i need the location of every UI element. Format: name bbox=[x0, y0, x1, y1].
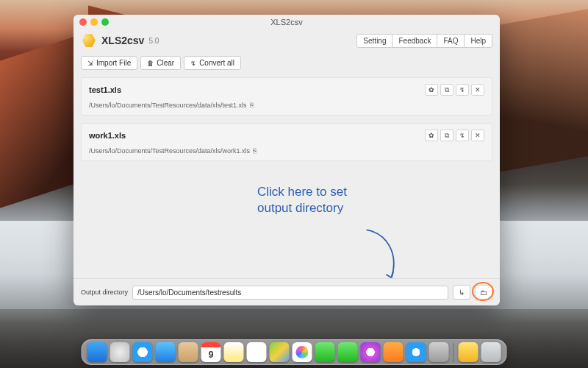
dock-trash-icon[interactable] bbox=[481, 342, 501, 362]
window-titlebar[interactable]: XLS2csv bbox=[74, 15, 500, 29]
setting-button[interactable]: Setting bbox=[356, 34, 392, 48]
app-version: 5.0 bbox=[148, 37, 159, 45]
dock-appstore-icon[interactable] bbox=[406, 342, 426, 362]
dock-xls2csv-icon[interactable] bbox=[459, 342, 478, 362]
file-name: work1.xls bbox=[89, 131, 425, 140]
reveal-output-button[interactable]: ↳ bbox=[453, 285, 470, 300]
clear-button[interactable]: 🗑 Clear bbox=[140, 56, 181, 70]
annotation-line1: Click here to set bbox=[257, 184, 347, 200]
dock-photos-icon[interactable] bbox=[293, 342, 312, 362]
toolbar: ⇲ Import File 🗑 Clear ↯ Convert all bbox=[74, 53, 500, 73]
clear-label: Clear bbox=[157, 59, 174, 67]
dock-facetime-icon[interactable] bbox=[338, 342, 358, 362]
dock-safari-icon[interactable] bbox=[133, 342, 153, 362]
file-settings-button[interactable]: ✿ bbox=[425, 84, 438, 96]
dock-notes-icon[interactable] bbox=[224, 342, 244, 362]
app-name: XLS2csv bbox=[101, 35, 144, 46]
file-name: test1.xls bbox=[89, 85, 425, 94]
dock-ibooks-icon[interactable] bbox=[384, 342, 404, 362]
dock-maps-icon[interactable] bbox=[270, 342, 290, 362]
app-header: XLS2csv 5.0 Setting Feedback FAQ Help bbox=[74, 29, 500, 53]
output-directory-label: Output directory bbox=[81, 289, 128, 296]
output-directory-bar: Output directory ↳ 🗀 bbox=[74, 278, 500, 305]
file-card: test1.xls ✿ ⧉ ↯ ✕ /Users/lo/Documents/Te… bbox=[81, 77, 492, 116]
dock-contacts-icon[interactable] bbox=[179, 342, 198, 362]
app-window: XLS2csv XLS2csv 5.0 Setting Feedback FAQ… bbox=[74, 15, 500, 305]
dock bbox=[82, 339, 507, 365]
dock-messages-icon[interactable] bbox=[315, 342, 335, 362]
dock-itunes-icon[interactable] bbox=[361, 342, 381, 362]
file-remove-button[interactable]: ✕ bbox=[471, 130, 484, 141]
file-open-button[interactable]: ⧉ bbox=[440, 130, 453, 141]
dock-launchpad-icon[interactable] bbox=[110, 342, 130, 362]
annotation-line2: output directory bbox=[257, 200, 347, 216]
file-card: work1.xls ✿ ⧉ ↯ ✕ /Users/lo/Documents/Te… bbox=[81, 123, 492, 161]
file-convert-button[interactable]: ↯ bbox=[456, 130, 469, 141]
file-open-button[interactable]: ⧉ bbox=[440, 84, 453, 96]
file-settings-button[interactable]: ✿ bbox=[425, 130, 438, 141]
file-path: /Users/lo/Documents/TestResources/data/x… bbox=[89, 147, 250, 155]
convert-all-button[interactable]: ↯ Convert all bbox=[184, 56, 241, 70]
feedback-button[interactable]: Feedback bbox=[392, 34, 437, 48]
file-convert-button[interactable]: ↯ bbox=[456, 84, 469, 96]
import-label: Import File bbox=[96, 59, 131, 67]
annotation-callout: Click here to set output directory bbox=[257, 184, 347, 216]
convert-all-icon: ↯ bbox=[190, 60, 196, 67]
output-directory-input[interactable] bbox=[132, 286, 448, 300]
dock-separator bbox=[453, 343, 454, 362]
folder-open-icon: 🗀 bbox=[480, 289, 487, 297]
window-title: XLS2csv bbox=[74, 18, 500, 26]
help-button[interactable]: Help bbox=[464, 34, 492, 48]
file-path: /Users/lo/Documents/TestResources/data/x… bbox=[89, 102, 247, 109]
dock-sysprefs-icon[interactable] bbox=[429, 342, 449, 362]
file-action-group: ✿ ⧉ ↯ ✕ bbox=[425, 84, 484, 96]
file-action-group: ✿ ⧉ ↯ ✕ bbox=[425, 130, 484, 141]
file-remove-button[interactable]: ✕ bbox=[471, 84, 484, 96]
dock-mail-icon[interactable] bbox=[156, 342, 176, 362]
header-button-group: Setting Feedback FAQ Help bbox=[357, 34, 492, 48]
convert-all-label: Convert all bbox=[199, 59, 234, 67]
dock-calendar-icon[interactable] bbox=[201, 342, 221, 362]
browse-output-button[interactable]: 🗀 bbox=[475, 285, 492, 300]
xls2csv-app-icon bbox=[81, 32, 97, 49]
faq-button[interactable]: FAQ bbox=[437, 34, 465, 48]
import-file-button[interactable]: ⇲ Import File bbox=[81, 56, 137, 70]
dock-reminders-icon[interactable] bbox=[247, 342, 267, 362]
trash-icon: 🗑 bbox=[147, 60, 154, 67]
copy-path-icon[interactable]: ⎘ bbox=[250, 102, 254, 109]
file-list: test1.xls ✿ ⧉ ↯ ✕ /Users/lo/Documents/Te… bbox=[74, 73, 500, 278]
copy-path-icon[interactable]: ⎘ bbox=[253, 147, 257, 155]
dock-finder-icon[interactable] bbox=[87, 342, 107, 362]
import-icon: ⇲ bbox=[87, 60, 93, 67]
